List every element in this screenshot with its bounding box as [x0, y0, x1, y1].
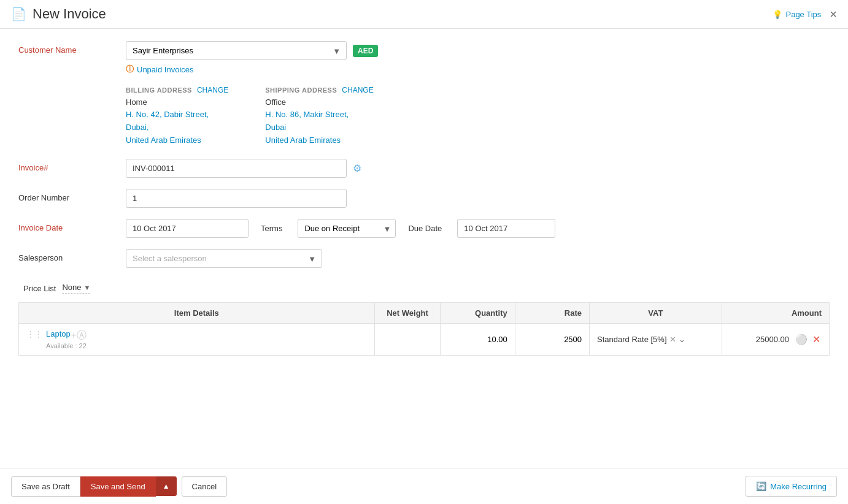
due-date-label: Due Date — [408, 224, 442, 233]
drag-handle-icon[interactable]: ⋮⋮ — [26, 329, 42, 338]
shipping-address-line1: H. No. 86, Makir Street, — [265, 109, 373, 121]
price-list-value: None — [62, 283, 81, 292]
col-header-vat: VAT — [590, 303, 722, 324]
salesperson-control: Select a salesperson ▼ — [126, 249, 830, 268]
invoice-date-row: Invoice Date Terms Due on Receipt Net 15… — [18, 219, 830, 238]
row-comment-icon[interactable]: ⚪ — [794, 334, 809, 345]
invoice-number-label: Invoice# — [18, 159, 126, 172]
item-detail-content: Laptop +Ⓐ Available : 22 — [46, 329, 87, 349]
page-title: New Invoice — [33, 6, 106, 22]
col-header-quantity: Quantity — [441, 303, 515, 324]
amount-cell: 25000.00 ⚪ ✕ — [722, 324, 829, 356]
row-actions: ⚪ ✕ — [794, 334, 822, 345]
invoice-date-control: Terms Due on Receipt Net 15 Net 30 Net 4… — [126, 219, 830, 238]
save-send-arrow-button[interactable]: ▲ — [156, 476, 177, 496]
bottom-bar: Save as Draft Save and Send ▲ Cancel 🔄 M… — [0, 468, 848, 504]
terms-select[interactable]: Due on Receipt Net 15 Net 30 Net 45 — [298, 219, 396, 238]
invoice-number-input-row: ⚙ — [126, 159, 830, 178]
make-recurring-button[interactable]: 🔄 Make Recurring — [746, 476, 837, 497]
terms-select-wrapper: Due on Receipt Net 15 Net 30 Net 45 ▼ — [298, 219, 396, 238]
vat-chevron-icon[interactable]: ⌄ — [679, 335, 685, 344]
shipping-address-block: SHIPPING ADDRESS CHANGE Office H. No. 86… — [265, 86, 373, 147]
order-number-label: Order Number — [18, 189, 126, 202]
order-number-row: Order Number — [18, 189, 830, 208]
header-left: 📄 New Invoice — [11, 6, 106, 22]
lightbulb-icon: 💡 — [773, 10, 782, 19]
table-row: ⋮⋮ Laptop +Ⓐ Available : 22 — [19, 324, 830, 356]
invoice-date-label: Invoice Date — [18, 219, 126, 232]
table-header-row: Item Details Net Weight Quantity Rate VA… — [19, 303, 830, 324]
item-available-text: Available : 22 — [46, 340, 87, 349]
shipping-address-label: SHIPPING ADDRESS — [265, 86, 337, 94]
billing-address-line2: Dubai, — [126, 121, 228, 134]
recurring-icon: 🔄 — [756, 481, 766, 491]
unpaid-invoices-link[interactable]: ⓘ Unpaid Invoices — [126, 64, 830, 75]
invoice-number-control: ⚙ — [126, 159, 830, 178]
terms-label: Terms — [261, 224, 282, 233]
bottom-bar-left: Save as Draft Save and Send ▲ Cancel — [11, 476, 227, 497]
vat-cell: Standard Rate [5%] ✕ ⌄ — [590, 324, 722, 356]
salesperson-select-wrapper: Select a salesperson ▼ — [126, 249, 322, 268]
header-right: 💡 Page Tips × — [773, 8, 837, 20]
save-send-button[interactable]: Save and Send — [80, 476, 156, 497]
customer-dropdown-wrapper: Sayir Enterprises ▼ — [126, 41, 347, 60]
shipping-address-line3: United Arab Emirates — [265, 134, 373, 147]
order-number-control — [126, 189, 830, 208]
salesperson-row: Salesperson Select a salesperson ▼ — [18, 249, 830, 268]
billing-address-type: Home — [126, 97, 228, 107]
vat-select-row: Standard Rate [5%] ✕ ⌄ — [597, 335, 714, 344]
order-number-input[interactable] — [126, 189, 347, 208]
shipping-address-type: Office — [265, 97, 373, 107]
net-weight-input[interactable] — [386, 335, 429, 344]
rate-input[interactable] — [533, 335, 582, 344]
amount-value: 25000.00 — [756, 335, 789, 344]
close-button[interactable]: × — [830, 8, 837, 20]
vat-clear-icon[interactable]: ✕ — [669, 335, 676, 344]
billing-address-header: BILLING ADDRESS CHANGE — [126, 86, 228, 94]
quantity-input[interactable] — [458, 335, 507, 344]
col-header-net-weight: Net Weight — [374, 303, 441, 324]
page-tips-button[interactable]: 💡 Page Tips — [773, 10, 821, 19]
page-tips-label: Page Tips — [785, 10, 821, 19]
billing-address-line1: H. No. 42, Dabir Street, — [126, 109, 228, 121]
invoice-table: Item Details Net Weight Quantity Rate VA… — [18, 302, 830, 356]
unpaid-invoices-label: Unpaid Invoices — [137, 65, 194, 74]
billing-address-block: BILLING ADDRESS CHANGE Home H. No. 42, D… — [126, 86, 228, 147]
shipping-address-line2: Dubai — [265, 121, 373, 134]
billing-address-label: BILLING ADDRESS — [126, 86, 192, 94]
price-list-section: Price List None ▼ — [18, 283, 830, 294]
net-weight-cell — [374, 324, 441, 356]
price-list-chevron-icon: ▼ — [84, 284, 91, 291]
save-draft-button[interactable]: Save as Draft — [11, 476, 80, 497]
invoice-date-input[interactable] — [126, 219, 249, 238]
warning-icon: ⓘ — [126, 64, 134, 75]
col-header-amount: Amount — [722, 303, 829, 324]
shipping-address-header: SHIPPING ADDRESS CHANGE — [265, 86, 373, 94]
row-delete-icon[interactable]: ✕ — [811, 334, 822, 345]
header: 📄 New Invoice 💡 Page Tips × — [0, 0, 848, 29]
item-add-icon[interactable]: +Ⓐ — [71, 329, 87, 342]
rate-cell — [515, 324, 589, 356]
cancel-button[interactable]: Cancel — [182, 476, 227, 497]
shipping-change-link[interactable]: CHANGE — [342, 86, 373, 94]
billing-change-link[interactable]: CHANGE — [197, 86, 228, 94]
quantity-cell — [441, 324, 515, 356]
salesperson-label: Salesperson — [18, 249, 126, 262]
salesperson-select[interactable]: Select a salesperson — [126, 249, 322, 268]
customer-name-label: Customer Name — [18, 41, 126, 55]
gear-icon[interactable]: ⚙ — [353, 162, 361, 174]
customer-name-select[interactable]: Sayir Enterprises — [126, 41, 347, 60]
customer-name-row: Customer Name Sayir Enterprises ▼ AED ⓘ … — [18, 41, 830, 75]
item-details-cell: ⋮⋮ Laptop +Ⓐ Available : 22 — [19, 324, 375, 356]
main-content: Customer Name Sayir Enterprises ▼ AED ⓘ … — [0, 29, 848, 368]
customer-name-control: Sayir Enterprises ▼ AED ⓘ Unpaid Invoice… — [126, 41, 830, 75]
item-name-link[interactable]: Laptop — [46, 329, 71, 338]
col-header-rate: Rate — [515, 303, 589, 324]
currency-badge: AED — [353, 45, 378, 57]
date-terms-row: Terms Due on Receipt Net 15 Net 30 Net 4… — [126, 219, 830, 238]
vat-value: Standard Rate [5%] — [597, 335, 666, 344]
price-list-dropdown[interactable]: None ▼ — [62, 283, 90, 294]
due-date-input[interactable] — [457, 219, 555, 238]
invoice-number-input[interactable] — [126, 159, 347, 178]
address-section: BILLING ADDRESS CHANGE Home H. No. 42, D… — [126, 86, 830, 147]
